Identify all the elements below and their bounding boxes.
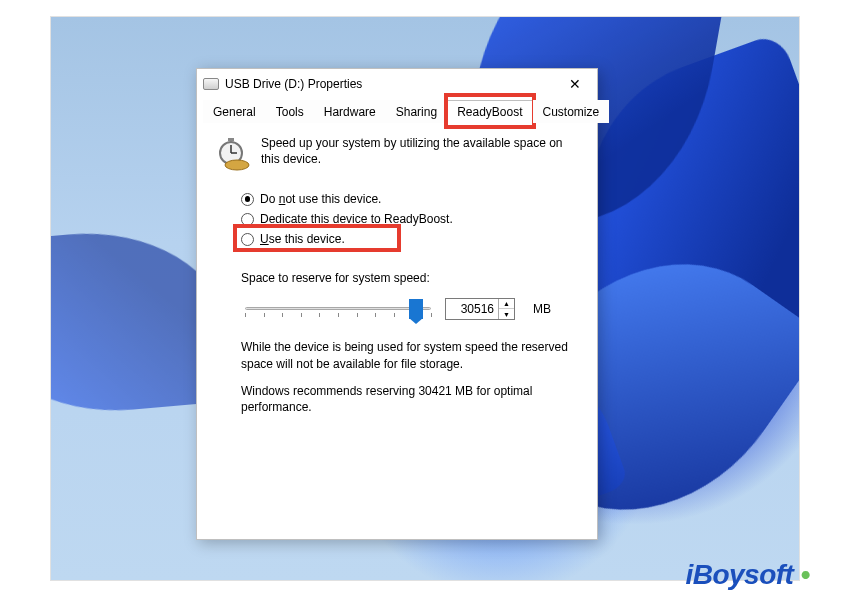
- tab-readyboost-label: ReadyBoost: [457, 105, 522, 119]
- properties-window: USB Drive (D:) Properties ✕ General Tool…: [196, 68, 598, 540]
- tab-sharing[interactable]: Sharing: [386, 100, 447, 123]
- tab-customize[interactable]: Customize: [533, 100, 610, 123]
- radio-icon: [241, 233, 254, 246]
- svg-point-4: [225, 160, 249, 170]
- tab-general[interactable]: General: [203, 100, 266, 123]
- reserve-label: Space to reserve for system speed:: [241, 271, 579, 285]
- radio-icon: [241, 193, 254, 206]
- radio-label: Use this device.: [260, 232, 345, 246]
- tab-hardware[interactable]: Hardware: [314, 100, 386, 123]
- intro-text: Speed up your system by utilizing the av…: [261, 135, 579, 171]
- note-recommend: Windows recommends reserving 30421 MB fo…: [241, 383, 579, 417]
- space-slider[interactable]: [245, 297, 431, 321]
- tab-readyboost[interactable]: ReadyBoost: [447, 100, 532, 123]
- titlebar: USB Drive (D:) Properties ✕: [197, 69, 597, 99]
- radio-label: Do not use this device.: [260, 192, 381, 206]
- spinner-down[interactable]: ▼: [499, 309, 514, 319]
- stopwatch-icon: [215, 135, 251, 171]
- reserve-value-spinner[interactable]: ▲ ▼: [445, 298, 515, 320]
- close-button[interactable]: ✕: [555, 69, 595, 99]
- tab-tools[interactable]: Tools: [266, 100, 314, 123]
- radio-icon: [241, 213, 254, 226]
- unit-label: MB: [533, 302, 551, 316]
- radio-use-device[interactable]: Use this device.: [241, 229, 579, 249]
- slider-thumb[interactable]: [409, 299, 423, 319]
- window-title: USB Drive (D:) Properties: [225, 77, 362, 91]
- radio-label: Dedicate this device to ReadyBoost.: [260, 212, 453, 226]
- watermark-logo: iBoysoft •: [685, 559, 810, 591]
- drive-icon: [203, 78, 219, 90]
- spinner-up[interactable]: ▲: [499, 299, 514, 309]
- radio-do-not-use[interactable]: Do not use this device.: [241, 189, 579, 209]
- radio-dedicate[interactable]: Dedicate this device to ReadyBoost.: [241, 209, 579, 229]
- reserve-value-input[interactable]: [446, 300, 498, 318]
- tab-content: Speed up your system by utilizing the av…: [197, 123, 597, 539]
- svg-rect-1: [228, 138, 234, 141]
- tab-strip: General Tools Hardware Sharing ReadyBoos…: [203, 99, 591, 123]
- note-storage: While the device is being used for syste…: [241, 339, 579, 373]
